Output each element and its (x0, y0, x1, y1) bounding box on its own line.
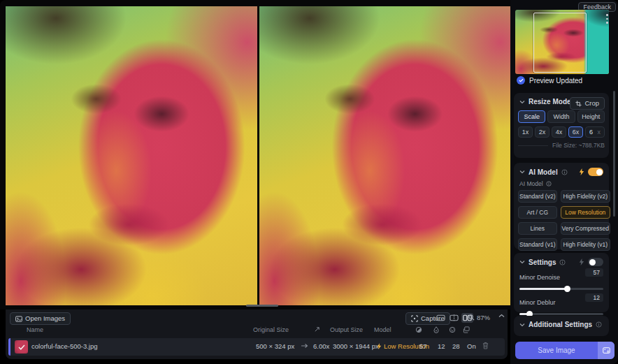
minor-deblur-row: Minor Deblur 12 (519, 295, 603, 317)
model-low-resolution-button[interactable]: Low Resolution (561, 206, 611, 219)
minor-denoise-label: Minor Denoise (519, 274, 560, 281)
scale-4x-button[interactable]: 4x (552, 126, 566, 138)
column-model: Model (374, 326, 391, 333)
model-art-cg-button[interactable]: Art / CG (518, 206, 557, 219)
slider-knob[interactable] (564, 286, 570, 292)
row-selected-accent (8, 338, 10, 356)
open-images-button[interactable]: Open Images (10, 312, 71, 325)
file-face-recovery-value[interactable]: On (467, 342, 476, 350)
file-scale-factor[interactable]: 6.00x (313, 342, 329, 350)
file-compression-value[interactable]: 28 (452, 342, 460, 350)
settings-sidebar: Feedback Preview Updated Resize Mode (510, 0, 618, 364)
preview-status: Preview Updated (517, 76, 582, 85)
column-original-size: Original Size (253, 326, 289, 333)
crop-button[interactable]: Crop (570, 97, 605, 110)
face-recovery-column-icon (449, 326, 456, 333)
save-image-label: Save Image (515, 347, 598, 354)
scale-options: 1x 2x 4x 6x 6 x (518, 126, 605, 138)
magnifier-icon (468, 314, 475, 321)
crop-icon (575, 101, 582, 107)
file-output-size: 3000 × 1944 px (333, 342, 379, 350)
file-thumbnail[interactable] (15, 340, 28, 354)
resize-tabs: Scale Width Height (518, 110, 605, 123)
view-single-button[interactable] (435, 313, 447, 323)
resize-diagonal-icon (314, 326, 320, 333)
image-pane-enhanced[interactable] (259, 6, 510, 305)
file-panel-toolbar: Open Images Capture (6, 310, 508, 323)
arrow-right-icon (301, 342, 308, 349)
chevron-down-icon[interactable] (519, 260, 525, 264)
model-standard-v2-button[interactable]: Standard (v2) (518, 190, 557, 203)
file-denoise-value[interactable]: 57 (419, 342, 427, 350)
settings-title: Settings (529, 259, 556, 266)
scale-6x-button[interactable]: 6x (568, 126, 583, 138)
model-lines-button[interactable]: Lines (518, 222, 557, 235)
model-standard-v1-button[interactable]: Standard (v1) (518, 238, 557, 251)
additional-settings-title: Additional Settings (529, 321, 592, 328)
chevron-down-icon[interactable] (519, 323, 525, 327)
tab-scale[interactable]: Scale (518, 110, 545, 123)
zoom-indicator[interactable]: 87% (468, 314, 490, 321)
info-icon[interactable] (546, 181, 552, 187)
more-options-icon[interactable] (606, 14, 608, 24)
image-pane-original[interactable] (6, 6, 257, 305)
crop-label: Crop (584, 99, 599, 108)
upscaler-app-window: Open Images Capture (0, 0, 618, 364)
image-icon (15, 316, 22, 322)
tab-height[interactable]: Height (577, 110, 605, 123)
minor-deblur-label: Minor Deblur (519, 299, 556, 306)
minor-denoise-slider[interactable] (519, 285, 603, 292)
chevron-down-icon[interactable] (519, 170, 525, 174)
save-image-icon (603, 347, 610, 354)
column-output-size: Output Size (330, 326, 363, 333)
canvas-scrollbar-handle[interactable] (246, 305, 278, 307)
deblur-column-icon (433, 326, 439, 333)
save-image-button[interactable]: Save Image (515, 342, 615, 359)
scale-2x-button[interactable]: 2x (535, 126, 549, 138)
save-options-segment[interactable] (598, 342, 615, 359)
model-very-compressed-button[interactable]: Very Compressed (561, 222, 611, 235)
ai-model-sublabel: AI Model (519, 180, 543, 187)
minor-denoise-value[interactable]: 57 (585, 268, 603, 277)
ai-model-auto-toggle[interactable] (588, 168, 603, 176)
resize-mode-section: Resize Mode Crop Scale Width Height 1x 2… (514, 93, 609, 158)
scale-1x-button[interactable]: 1x (518, 126, 533, 138)
denoise-column-icon (415, 326, 422, 333)
delete-file-button[interactable] (482, 342, 489, 349)
ai-model-section: AI Model AI Model Standard (v2) (514, 163, 609, 249)
ai-model-title: AI Model (529, 168, 558, 176)
additional-settings-section: Additional Settings (514, 316, 609, 336)
info-icon[interactable] (559, 259, 566, 265)
chevron-down-icon[interactable] (519, 100, 525, 104)
file-original-size: 500 × 324 px (256, 342, 294, 350)
file-size-estimate: File Size: ~788.7KB (552, 142, 605, 149)
preview-thumbnail[interactable] (515, 10, 609, 74)
ai-model-grid: Standard (v2) High Fidelity (v2) Art / C… (518, 190, 605, 251)
minor-deblur-value[interactable]: 12 (585, 293, 603, 302)
scale-input-value: 6 (589, 129, 593, 136)
zoom-level-value: 87% (477, 314, 490, 321)
model-high-fidelity-v1-button[interactable]: High Fidelity (v1) (561, 238, 611, 251)
settings-section: Settings Minor Denoise 57 (514, 253, 609, 312)
info-icon[interactable] (561, 169, 568, 175)
image-canvas (0, 0, 510, 310)
file-row[interactable]: colorful-face-500-3.jpg 500 × 324 px 6.0… (8, 338, 505, 356)
model-high-fidelity-v2-button[interactable]: High Fidelity (v2) (561, 190, 611, 203)
sidebar-scrollbar[interactable] (613, 91, 615, 217)
resize-mode-title: Resize Mode (529, 98, 571, 105)
settings-auto-toggle[interactable] (588, 258, 603, 266)
scale-custom-input[interactable]: 6 x (585, 126, 605, 138)
file-deblur-value[interactable]: 12 (438, 342, 445, 350)
collapse-panel-button[interactable] (498, 314, 505, 318)
scale-input-suffix: x (598, 129, 601, 136)
preview-crop-box[interactable] (533, 13, 587, 73)
file-name: colorful-face-500-3.jpg (31, 342, 98, 350)
view-split-button[interactable] (448, 313, 460, 323)
lightning-icon (377, 343, 382, 349)
tab-width[interactable]: Width (547, 110, 575, 123)
preview-status-label: Preview Updated (529, 77, 582, 85)
info-icon[interactable] (596, 321, 602, 328)
auto-lightning-icon (579, 168, 584, 175)
minor-denoise-row: Minor Denoise 57 (519, 270, 603, 292)
auto-lightning-icon (579, 259, 584, 265)
